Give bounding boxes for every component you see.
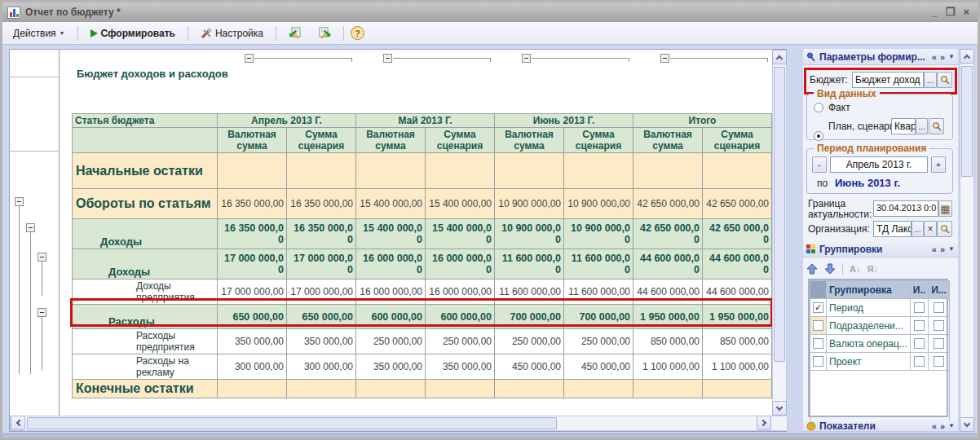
scroll-up-button[interactable] bbox=[960, 49, 974, 64]
period-minus-button[interactable]: - bbox=[812, 156, 827, 173]
collapse-column-group-icon[interactable] bbox=[522, 54, 531, 63]
sort-ascending-icon[interactable]: А↓ bbox=[850, 264, 860, 274]
scenario-search-button[interactable] bbox=[929, 118, 944, 134]
grouping-row[interactable]: ✓ Период bbox=[810, 299, 950, 317]
period-plus-button[interactable]: + bbox=[931, 156, 946, 173]
collapse-row-group-icon[interactable] bbox=[15, 197, 24, 206]
report-vertical-scrollbar[interactable] bbox=[772, 50, 787, 416]
subheader-scenario: Сумма сценария bbox=[426, 128, 495, 153]
grouping-option-checkbox[interactable] bbox=[914, 320, 925, 331]
collapse-left-icon[interactable]: « bbox=[932, 52, 937, 62]
grouping-checkbox-checked[interactable]: ✓ bbox=[813, 302, 823, 313]
grouping-option-checkbox[interactable] bbox=[914, 356, 925, 367]
grouping-option-checkbox[interactable] bbox=[914, 338, 925, 349]
grouping-option-checkbox[interactable] bbox=[914, 302, 925, 313]
maximize-button[interactable]: ❐ bbox=[946, 7, 956, 18]
scenario-input[interactable]: Квар bbox=[891, 118, 916, 134]
organization-ellipsis-button[interactable]: ... bbox=[912, 221, 924, 237]
actions-menu-button[interactable]: Действия ▼ bbox=[7, 24, 71, 42]
cell: 17 000 000,00 bbox=[218, 249, 287, 279]
grouping-checkbox[interactable] bbox=[813, 320, 823, 331]
grouping-name: Валюта операц... bbox=[827, 335, 911, 353]
cell: 250 000,00 bbox=[426, 329, 495, 354]
cell: 17 000 000,00 bbox=[287, 249, 356, 279]
cell: 350 000,00 bbox=[287, 329, 356, 354]
grouping-option-checkbox[interactable] bbox=[934, 320, 944, 331]
report-horizontal-scrollbar[interactable] bbox=[10, 416, 788, 431]
grouping-checkbox[interactable] bbox=[813, 338, 823, 349]
scrollbar-thumb[interactable] bbox=[27, 417, 557, 429]
collapse-column-group-icon[interactable] bbox=[660, 54, 669, 63]
budget-ellipsis-button[interactable]: ... bbox=[924, 72, 937, 88]
organization-search-button[interactable] bbox=[937, 221, 952, 237]
period-from-input[interactable]: Апрель 2013 г. bbox=[830, 156, 928, 173]
groupings-col-name: Группировка bbox=[827, 281, 911, 299]
collapse-right-icon[interactable]: » bbox=[940, 421, 945, 431]
subheader-currency: Валютная сумма bbox=[356, 128, 426, 153]
grouping-row[interactable]: Валюта операц... bbox=[810, 335, 950, 353]
group-line bbox=[767, 58, 768, 62]
scrollbar-thumb[interactable] bbox=[961, 66, 973, 177]
boundary-input[interactable]: 30.04.2013 0:0 bbox=[873, 200, 938, 217]
grouping-option-checkbox[interactable] bbox=[934, 356, 944, 367]
collapse-row-group-icon[interactable] bbox=[38, 308, 46, 317]
data-kind-groupbox: Вид данных Факт План, сценарий: Квар ... bbox=[806, 94, 953, 140]
fact-radio[interactable] bbox=[814, 103, 823, 112]
cell: 250 000,00 bbox=[495, 329, 564, 354]
settings-button[interactable]: Настройка bbox=[195, 24, 269, 42]
panel-vertical-scrollbar[interactable] bbox=[960, 49, 974, 432]
row-label: Расходы предприятия bbox=[73, 329, 218, 354]
period-to-label: по bbox=[817, 178, 828, 189]
column-header-may: Май 2013 Г. bbox=[356, 114, 495, 128]
plan-radio[interactable] bbox=[814, 131, 823, 141]
scroll-down-button[interactable] bbox=[772, 401, 787, 416]
section-menu-icon[interactable]: ▼ bbox=[948, 53, 955, 60]
params-section-header[interactable]: Параметры формир... « » ▼ bbox=[803, 49, 958, 65]
save-settings-button[interactable] bbox=[312, 24, 337, 42]
collapse-left-icon[interactable]: « bbox=[932, 421, 937, 431]
scroll-up-button[interactable] bbox=[772, 50, 787, 64]
collapse-row-group-icon[interactable] bbox=[26, 223, 35, 232]
move-down-icon[interactable] bbox=[824, 263, 836, 275]
move-up-icon[interactable] bbox=[806, 263, 818, 275]
groupings-section-header[interactable]: Группировки « » ▼ bbox=[803, 241, 958, 257]
budget-search-button[interactable] bbox=[937, 72, 952, 88]
restore-settings-button[interactable] bbox=[283, 24, 307, 42]
grouping-row[interactable]: Проект bbox=[810, 353, 950, 371]
collapse-row-group-icon[interactable] bbox=[38, 253, 46, 262]
help-button[interactable]: ? bbox=[351, 26, 364, 40]
scroll-right-button[interactable] bbox=[757, 416, 771, 430]
budget-label: Бюджет: bbox=[810, 74, 848, 86]
grouping-row[interactable]: Подразделени... bbox=[810, 317, 950, 335]
scroll-left-button[interactable] bbox=[11, 416, 25, 430]
cell bbox=[495, 380, 564, 398]
indicators-section-header[interactable]: Показатели « » ▼ bbox=[803, 420, 958, 432]
grouping-option-checkbox[interactable] bbox=[934, 338, 944, 349]
scrollbar-thumb[interactable] bbox=[774, 67, 785, 362]
collapse-right-icon[interactable]: » bbox=[940, 52, 945, 62]
collapse-right-icon[interactable]: » bbox=[940, 244, 945, 254]
scroll-down-button[interactable] bbox=[960, 417, 974, 432]
collapse-column-group-icon[interactable] bbox=[245, 54, 254, 63]
budget-input[interactable]: Бюджет доход bbox=[852, 72, 924, 88]
sort-descending-icon[interactable]: Я↓ bbox=[867, 264, 877, 274]
cell bbox=[633, 153, 703, 189]
column-header-empty bbox=[73, 128, 218, 153]
minimize-button[interactable]: _ bbox=[932, 7, 938, 18]
group-line bbox=[19, 206, 20, 374]
section-menu-icon[interactable]: ▼ bbox=[948, 422, 955, 429]
organization-clear-button[interactable]: × bbox=[924, 221, 937, 237]
organization-input[interactable]: ТД Лако bbox=[873, 221, 912, 237]
boundary-calendar-button[interactable]: ▦ bbox=[938, 200, 952, 217]
group-line bbox=[532, 58, 629, 59]
cell: 850 000,00 bbox=[703, 329, 772, 354]
generate-button[interactable]: Сформировать bbox=[85, 24, 181, 42]
period-to-value[interactable]: Июнь 2013 г. bbox=[835, 177, 900, 189]
grouping-option-checkbox[interactable] bbox=[934, 302, 944, 313]
close-button[interactable]: × bbox=[963, 7, 969, 18]
grouping-checkbox[interactable] bbox=[813, 356, 823, 367]
scenario-ellipsis-button[interactable]: ... bbox=[916, 118, 928, 134]
collapse-column-group-icon[interactable] bbox=[383, 54, 392, 63]
section-menu-icon[interactable]: ▼ bbox=[948, 245, 955, 253]
collapse-left-icon[interactable]: « bbox=[932, 244, 937, 254]
